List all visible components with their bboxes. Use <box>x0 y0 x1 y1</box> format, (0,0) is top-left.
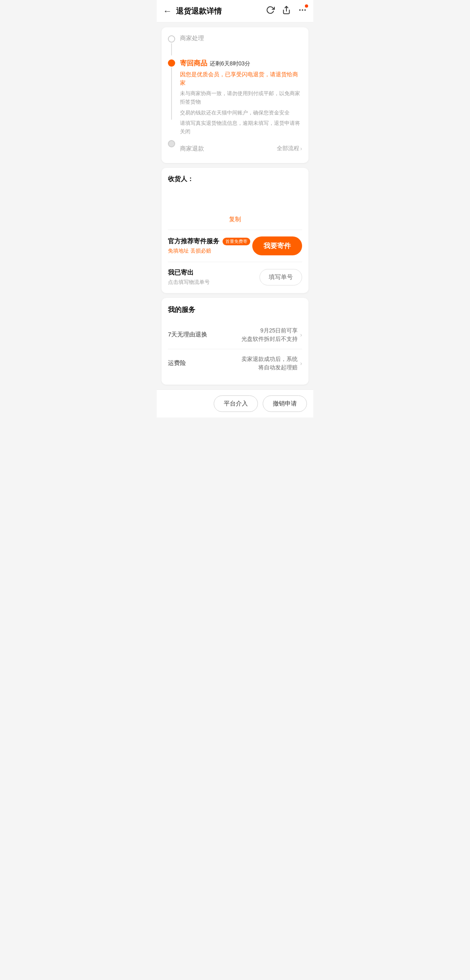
step2-indicator <box>168 59 175 120</box>
service-desc-freight: 卖家退款成功后，系统将自动发起理赔 <box>241 355 298 372</box>
step2-note3: 请填写真实退货物流信息，逾期未填写，退货申请将关闭 <box>180 119 302 136</box>
svg-point-2 <box>302 9 303 11</box>
step3-circle <box>168 140 175 147</box>
cancel-application-button[interactable]: 撤销申请 <box>263 395 307 412</box>
header-actions <box>266 6 307 16</box>
step2-line <box>171 67 172 120</box>
my-services-title: 我的服务 <box>168 305 302 314</box>
copy-button[interactable]: 复制 <box>168 216 302 223</box>
service-name-freight: 运费险 <box>168 359 186 367</box>
step2-label: 寄回商品 <box>180 59 207 68</box>
svg-point-3 <box>304 9 306 11</box>
free-badge: 首重免费寄 <box>223 238 250 245</box>
step2-circle <box>168 59 175 67</box>
back-button[interactable]: ← <box>163 6 172 16</box>
service-chevron-freight: › <box>300 360 302 367</box>
my-services-card: 我的服务 7天无理由退换 9月25日前可享光盘软件拆封后不支持 › 运费险 卖家… <box>161 298 309 385</box>
receiver-card: 收货人： 复制 官方推荐寄件服务 首重免费寄 免填地址 丢损必赔 我要寄件 我已… <box>161 168 309 293</box>
share-icon[interactable] <box>282 6 291 16</box>
shipped-title: 我已寄出 <box>168 269 210 277</box>
shipped-sub: 点击填写物流单号 <box>168 279 210 286</box>
step-return-item: 寄回商品 还剩6天8时03分 因您是优质会员，已享受闪电退货，请退货给商家 未与… <box>168 59 302 139</box>
full-process-link[interactable]: 全部流程 › <box>277 145 302 152</box>
more-icon[interactable] <box>298 6 307 16</box>
receiver-label: 收货人： <box>168 175 302 183</box>
receiver-info <box>168 187 302 212</box>
step3-indicator <box>168 139 175 147</box>
shipping-service-sub: 免填地址 丢损必赔 <box>168 247 250 255</box>
steps-card: 商家处理 寄回商品 还剩6天8时03分 因您是优质会员，已享受闪电退货，请退货给… <box>161 27 309 163</box>
divider1 <box>168 230 302 230</box>
step2-content: 寄回商品 还剩6天8时03分 因您是优质会员，已享受闪电退货，请退货给商家 未与… <box>180 59 302 136</box>
shipping-service-title: 官方推荐寄件服务 首重免费寄 <box>168 237 250 246</box>
shipped-row: 我已寄出 点击填写物流单号 填写单号 <box>168 269 302 286</box>
service-name-7day: 7天无理由退换 <box>168 331 207 338</box>
page-title: 退货退款详情 <box>176 6 266 16</box>
bottom-bar: 平台介入 撤销申请 <box>157 389 313 418</box>
platform-intervention-button[interactable]: 平台介入 <box>214 395 258 412</box>
shipping-service-row: 官方推荐寄件服务 首重免费寄 免填地址 丢损必赔 我要寄件 <box>168 236 302 255</box>
step2-note1: 未与商家协商一致，请勿使用到付或平邮，以免商家拒签货物 <box>180 90 302 106</box>
step3-label: 商家退款 <box>180 145 204 153</box>
refresh-icon[interactable] <box>266 6 275 16</box>
step2-timer: 还剩6天8时03分 <box>210 60 250 67</box>
steps-container: 商家处理 寄回商品 还剩6天8时03分 因您是优质会员，已享受闪电退货，请退货给… <box>168 35 302 156</box>
service-desc-7day: 9月25日前可享光盘软件拆封后不支持 <box>241 326 298 343</box>
step3-content: 商家退款 全部流程 › <box>180 139 302 153</box>
service-item-freight[interactable]: 运费险 卖家退款成功后，系统将自动发起理赔 › <box>168 349 302 377</box>
shipping-service-left: 官方推荐寄件服务 首重免费寄 免填地址 丢损必赔 <box>168 237 250 255</box>
step1-indicator <box>168 35 175 55</box>
fill-tracking-button[interactable]: 填写单号 <box>260 269 302 285</box>
service-item-7day[interactable]: 7天无理由退换 9月25日前可享光盘软件拆封后不支持 › <box>168 321 302 349</box>
divider2 <box>168 262 302 262</box>
step1-line <box>171 43 172 55</box>
service-chevron-7day: › <box>300 332 302 338</box>
svg-point-1 <box>299 9 301 11</box>
step2-note2: 交易的钱款还在天猫中间账户，确保您资金安全 <box>180 109 302 117</box>
ship-now-button[interactable]: 我要寄件 <box>252 236 302 255</box>
chevron-right-icon: › <box>300 145 302 152</box>
step1-content: 商家处理 <box>180 35 302 46</box>
step1-circle <box>168 35 175 43</box>
page-header: ← 退货退款详情 <box>157 0 313 22</box>
step-merchant-process: 商家处理 <box>168 35 302 59</box>
step1-label: 商家处理 <box>180 35 302 42</box>
step2-highlight: 因您是优质会员，已享受闪电退货，请退货给商家 <box>180 70 302 87</box>
step-merchant-refund: 商家退款 全部流程 › <box>168 139 302 156</box>
shipped-left: 我已寄出 点击填写物流单号 <box>168 269 210 286</box>
